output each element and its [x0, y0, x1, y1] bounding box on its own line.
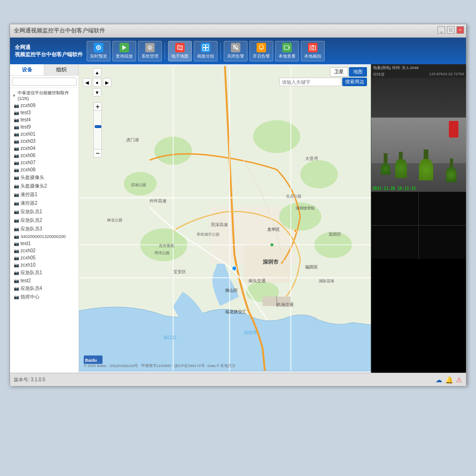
- app-header: 全网通 视频监控平台中创客户端软件 实时预览 查询回放 系统管理: [10, 38, 466, 64]
- list-item[interactable]: 📷zcxh05: [10, 254, 79, 261]
- list-item[interactable]: 📷zcxh08: [10, 166, 79, 173]
- list-item[interactable]: 📷应急队员1: [10, 268, 79, 277]
- list-item[interactable]: 📷液控器1: [10, 190, 79, 199]
- list-item[interactable]: 📷应急队员2: [10, 216, 79, 225]
- toolbar-alarm-on[interactable]: 开启告警: [249, 41, 273, 61]
- video-sub-panel-2: [419, 192, 466, 225]
- title-bar: 全网通视频监控平台中创客户端软件 _ □ ×: [10, 24, 466, 38]
- tree-expand-icon: ▼: [12, 93, 16, 98]
- system-label: 系统管理: [141, 53, 159, 60]
- tab-device[interactable]: 设备: [10, 64, 44, 75]
- video-feed-background: 2021-11-26 16:11:15: [371, 78, 466, 192]
- map-mode-map[interactable]: 地图: [349, 67, 367, 77]
- list-item[interactable]: 📷zcxh01: [10, 130, 79, 138]
- map-mode-satellite[interactable]: 卫星: [330, 67, 348, 77]
- local-view-label: 本地查看: [278, 53, 296, 60]
- map-zoom-in[interactable]: +: [93, 102, 102, 111]
- map-search-row: 搜索周边: [279, 78, 367, 86]
- close-button[interactable]: ×: [456, 26, 464, 34]
- camera-icon: 📷: [14, 241, 19, 246]
- list-item[interactable]: 📷应急队员1: [10, 208, 79, 216]
- sidebar-tabs: 设备 组织: [10, 64, 79, 76]
- window-controls: _ □ ×: [437, 26, 464, 34]
- list-item[interactable]: 📷应急队员3: [10, 225, 79, 233]
- list-item[interactable]: 📷test4: [10, 116, 79, 123]
- camera-icon: 📷: [14, 263, 19, 268]
- tree-root[interactable]: ▼ 中泰道信平台能被控制取件(1/25): [10, 89, 79, 102]
- maximize-button[interactable]: □: [447, 26, 455, 34]
- map-search-input[interactable]: [279, 78, 341, 86]
- toolbar: 实时预览 查询回放 系统管理 电子地图: [87, 41, 461, 61]
- toolbar-screen[interactable]: 画面分组: [194, 41, 218, 61]
- emap-icon: [175, 43, 185, 52]
- map-nav-right[interactable]: ▶: [103, 78, 111, 87]
- svg-text:福田区: 福田区: [305, 265, 318, 269]
- list-item[interactable]: 📷test3: [10, 109, 79, 116]
- svg-text:福龙路交汇: 福龙路交汇: [225, 309, 247, 314]
- warning-icon: ⚠: [456, 376, 462, 384]
- app-logo: 全网通 视频监控平台中创客户端软件: [15, 44, 83, 59]
- local-photo-icon: [308, 43, 317, 52]
- sidebar-search-input[interactable]: [12, 78, 77, 86]
- camera-icon: 📷: [14, 160, 19, 165]
- list-item[interactable]: 📷zcxh03: [10, 138, 79, 145]
- status-icons: ☁ 🔔 ⚠: [436, 376, 462, 384]
- video-sub-panel-3: [371, 226, 418, 259]
- list-item[interactable]: 📷zcxh02: [10, 247, 79, 254]
- svg-text:机场交通: 机场交通: [277, 302, 294, 307]
- map-nav-left[interactable]: ◀: [83, 78, 91, 87]
- list-item[interactable]: 📷头盔摄像头2: [10, 182, 79, 190]
- toolbar-playback[interactable]: 查询回放: [112, 41, 136, 61]
- camera-icon: 📷: [14, 139, 19, 144]
- minimize-button[interactable]: _: [437, 26, 445, 34]
- status-bar: 版本号: 3.1.0.5 ☁ 🔔 ⚠: [10, 373, 466, 386]
- list-item[interactable]: 📷指挥中心: [10, 293, 79, 301]
- list-item[interactable]: 📷zcxh04: [10, 145, 79, 152]
- main-content: 设备 组织 ▼ 中泰道信平台能被控制取件(1/25) 📷zcxh09 📷test…: [10, 64, 466, 373]
- svg-point-22: [253, 120, 300, 153]
- svg-point-61: [294, 229, 297, 232]
- svg-text:龙岗区: 龙岗区: [328, 232, 341, 237]
- map-nav-down[interactable]: ▼: [93, 88, 101, 97]
- map-area[interactable]: 深圳市 大亚湾 虎门港 外环高速 莞深高速 南山区 龙华区 福田区 龙岗区 宝安…: [79, 64, 371, 373]
- list-item[interactable]: 📷test9: [10, 123, 79, 130]
- list-item[interactable]: 📷test1: [10, 240, 79, 247]
- list-item[interactable]: 📷zcxh06: [10, 152, 79, 159]
- svg-rect-9: [206, 48, 209, 50]
- map-zoom-slider[interactable]: [93, 111, 102, 149]
- device-tree: ▼ 中泰道信平台能被控制取件(1/25) 📷zcxh09 📷test3 📷tes…: [10, 88, 79, 373]
- toolbar-alarm-off[interactable]: 关闭告警: [224, 41, 248, 61]
- map-zoom-out[interactable]: −: [93, 149, 102, 158]
- list-item[interactable]: 📷3402000001320000200: [10, 233, 79, 240]
- version-label: 版本号: 3.1.0.5: [14, 377, 45, 383]
- video-sub-panel-4: [419, 226, 466, 259]
- cloud-icon: ☁: [436, 376, 442, 384]
- toolbar-local-view[interactable]: 本地查看: [275, 41, 299, 61]
- toolbar-system[interactable]: 系统管理: [138, 41, 162, 61]
- svg-text:宝安区: 宝安区: [173, 269, 186, 274]
- map-search-button[interactable]: 搜索周边: [342, 78, 367, 86]
- map-nav-up[interactable]: ▲: [93, 68, 101, 77]
- svg-text:外环高速: 外环高速: [149, 198, 167, 203]
- camera-icon: 📷: [14, 168, 19, 172]
- alarm-off-label: 关闭告警: [227, 53, 244, 60]
- svg-text:生态公园: 生态公园: [286, 194, 301, 198]
- tab-org[interactable]: 组织: [44, 64, 79, 75]
- list-item[interactable]: 📷test2: [10, 277, 79, 284]
- toolbar-emap[interactable]: 电子地图: [168, 41, 192, 61]
- camera-icon: 📷: [14, 286, 19, 291]
- toolbar-realtime[interactable]: 实时预览: [87, 41, 110, 61]
- list-item[interactable]: 📷zcxh10: [10, 261, 79, 268]
- camera-icon: 📷: [14, 118, 19, 122]
- list-item[interactable]: 📷头盔摄像头: [10, 173, 79, 182]
- list-item[interactable]: 📷zcxh07: [10, 159, 79, 166]
- list-item[interactable]: 📷液控器2: [10, 199, 79, 208]
- svg-rect-14: [310, 46, 316, 50]
- list-item[interactable]: 📷zcxh09: [10, 102, 79, 109]
- svg-text:林业公园: 林业公园: [107, 218, 122, 222]
- svg-text:深圳湾: 深圳湾: [244, 330, 257, 335]
- map-nav-center[interactable]: ●: [93, 78, 101, 87]
- toolbar-local-photo[interactable]: 本地截拍: [301, 41, 325, 61]
- list-item[interactable]: 📷应急队员4: [10, 284, 79, 293]
- video-coords: 经纬度 115.87623 22.72763: [371, 71, 466, 78]
